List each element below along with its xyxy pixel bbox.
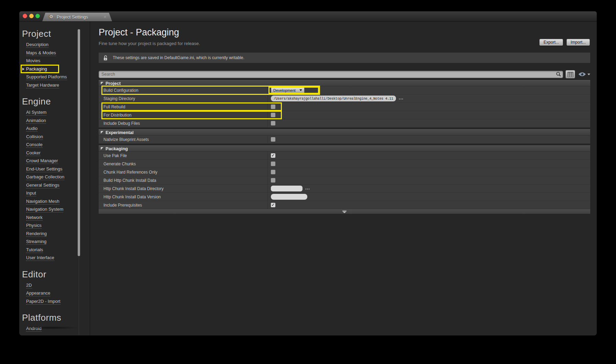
row-include-prerequisites: Include Prerequisites✓ bbox=[99, 201, 590, 209]
sidebar-item-audio[interactable]: Audio bbox=[26, 125, 37, 133]
export-button[interactable]: Export... bbox=[539, 39, 563, 46]
sidebar-item-navigation-system[interactable]: Navigation System bbox=[26, 206, 63, 214]
property-value bbox=[268, 160, 590, 168]
build-http-chunk-install-data-checkbox[interactable] bbox=[271, 178, 275, 183]
category-header-project[interactable]: Project bbox=[99, 80, 590, 86]
settings-section-project: ProjectBuild ConfigurationDevelopmentSta… bbox=[99, 80, 590, 128]
sidebar-item-description[interactable]: Description bbox=[26, 41, 48, 49]
sidebar-item-label: Audio bbox=[26, 126, 37, 132]
window-content: ProjectDescriptionMaps & ModesMoviesPack… bbox=[19, 22, 597, 335]
search-input[interactable] bbox=[99, 71, 563, 78]
http-chunk-install-data-directory-field[interactable] bbox=[271, 186, 302, 191]
property-label: Chunk Hard References Only bbox=[99, 168, 268, 176]
for-distribution-checkbox[interactable] bbox=[271, 113, 275, 117]
sidebar-item-end-user-settings[interactable]: End-User Settings bbox=[26, 165, 63, 174]
sidebar-item-animation[interactable]: Animation bbox=[26, 117, 46, 125]
chunk-hard-references-only-checkbox[interactable] bbox=[271, 170, 275, 174]
sidebar-item-ai-system[interactable]: AI System bbox=[26, 109, 46, 117]
property-value: /Users/akshayrajgollahalli/Desktop/Unrea… bbox=[268, 95, 590, 102]
category-header-packaging[interactable]: Packaging bbox=[99, 145, 590, 152]
sidebar-item-supported-platforms[interactable]: Supported Platforms bbox=[26, 73, 67, 81]
use-pak-file-checkbox[interactable]: ✓ bbox=[271, 153, 275, 158]
row-staging-directory: Staging Directory/Users/akshayrajgollaha… bbox=[99, 95, 590, 103]
property-label: Include Debug Files bbox=[99, 119, 268, 127]
settings-sidebar: ProjectDescriptionMaps & ModesMoviesPack… bbox=[19, 22, 90, 335]
row-use-pak-file: Use Pak File✓ bbox=[99, 152, 590, 160]
staging-directory-field[interactable]: /Users/akshayrajgollahalli/Desktop/Unrea… bbox=[271, 96, 396, 101]
tab-title: Project Settings bbox=[57, 14, 88, 20]
checkmark-icon: ✓ bbox=[271, 153, 275, 158]
zoom-button[interactable] bbox=[35, 14, 40, 18]
sidebar-item-label: Input bbox=[26, 190, 36, 196]
sidebar-item-tutorials[interactable]: Tutorials bbox=[26, 246, 43, 254]
sidebar-item-maps-modes[interactable]: Maps & Modes bbox=[26, 49, 56, 57]
sidebar-item-2d[interactable]: 2D bbox=[26, 282, 32, 290]
include-prerequisites-checkbox[interactable]: ✓ bbox=[271, 203, 275, 207]
sidebar-item-physics[interactable]: Physics bbox=[26, 222, 42, 230]
sidebar-item-navigation-mesh[interactable]: Navigation Mesh bbox=[26, 198, 59, 206]
build-configuration-dropdown[interactable]: Development bbox=[271, 87, 305, 93]
sidebar-item-cooker[interactable]: Cooker bbox=[26, 149, 41, 157]
property-label: For Distribution bbox=[99, 111, 268, 119]
category-header-experimental[interactable]: Experimental bbox=[99, 129, 590, 135]
sidebar-section-editor: Editor2DAppearancePaper2D - Import bbox=[19, 269, 90, 306]
property-value bbox=[268, 193, 590, 201]
page-subtitle: Fine tune how your project is packaged f… bbox=[99, 41, 200, 46]
sidebar-scroll-shadow bbox=[23, 326, 79, 329]
main-pane: Project - Packaging Fine tune how your p… bbox=[90, 22, 597, 335]
sidebar-item-console[interactable]: Console bbox=[26, 141, 43, 149]
settings-section-experimental: ExperimentalNativize Blueprint Assets bbox=[99, 129, 590, 144]
category-title: Packaging bbox=[106, 146, 128, 151]
sidebar-item-input[interactable]: Input bbox=[26, 189, 36, 198]
sidebar-item-garbage-collection[interactable]: Garbage Collection bbox=[26, 173, 64, 181]
sidebar-item-crowd-manager[interactable]: Crowd Manager bbox=[26, 157, 58, 165]
sidebar-scrollbar[interactable] bbox=[78, 29, 80, 256]
sidebar-item-label: Network bbox=[26, 215, 43, 221]
property-value: ✓ bbox=[268, 201, 590, 209]
titlebar[interactable]: ⚙ Project Settings ✕ bbox=[19, 11, 597, 22]
row-generate-chunks: Generate Chunks bbox=[99, 160, 590, 168]
sidebar-item-packaging[interactable]: Packaging bbox=[26, 65, 47, 74]
property-value bbox=[268, 119, 590, 127]
row-nativize-blueprint-assets: Nativize Blueprint Assets bbox=[99, 135, 590, 144]
browse-ellipsis-button[interactable]: ... bbox=[305, 186, 310, 191]
minimize-button[interactable] bbox=[29, 14, 34, 18]
expand-advanced-button[interactable] bbox=[99, 209, 590, 214]
property-label: Include Prerequisites bbox=[99, 201, 268, 209]
tab-project-settings[interactable]: ⚙ Project Settings ✕ bbox=[42, 13, 112, 21]
view-options-button[interactable] bbox=[578, 72, 590, 77]
sidebar-item-network[interactable]: Network bbox=[26, 214, 43, 222]
http-chunk-install-data-version-field[interactable] bbox=[271, 194, 307, 200]
sidebar-item-rendering[interactable]: Rendering bbox=[26, 230, 47, 238]
generate-chunks-checkbox[interactable] bbox=[271, 162, 275, 166]
tab-close-icon[interactable]: ✕ bbox=[103, 15, 107, 19]
row-build-configuration: Build ConfigurationDevelopment bbox=[99, 86, 590, 95]
sidebar-item-label: Streaming bbox=[26, 239, 46, 245]
sidebar-item-movies[interactable]: Movies bbox=[26, 57, 40, 65]
sidebar-header-editor: Editor bbox=[22, 269, 90, 280]
sidebar-item-appearance[interactable]: Appearance bbox=[26, 289, 50, 298]
expander-icon bbox=[342, 211, 346, 211]
row-build-http-chunk-install-data: Build Http Chunk Install Data bbox=[99, 176, 590, 185]
sidebar-item-streaming[interactable]: Streaming bbox=[26, 238, 46, 246]
row-http-chunk-install-data-directory: Http Chunk Install Data Directory... bbox=[99, 185, 590, 193]
sidebar-section-platforms: PlatformsAndroid bbox=[19, 312, 90, 333]
include-debug-files-checkbox[interactable] bbox=[271, 121, 275, 125]
sidebar-item-label: Navigation System bbox=[26, 207, 63, 212]
sidebar-item-label: Maps & Modes bbox=[26, 50, 56, 56]
close-button[interactable] bbox=[23, 14, 27, 18]
sidebar-item-label: Console bbox=[26, 142, 43, 148]
import-button[interactable]: Import... bbox=[566, 39, 590, 46]
grid-view-button[interactable] bbox=[565, 70, 575, 78]
property-label: Nativize Blueprint Assets bbox=[99, 135, 268, 143]
nativize-blueprint-assets-checkbox[interactable] bbox=[271, 137, 275, 142]
sidebar-item-collision[interactable]: Collision bbox=[26, 133, 43, 141]
project-settings-window: ⚙ Project Settings ✕ ProjectDescriptionM… bbox=[19, 11, 597, 335]
property-label: Use Pak File bbox=[99, 152, 268, 159]
sidebar-item-target-hardware[interactable]: Target Hardware bbox=[26, 81, 59, 90]
full-rebuild-checkbox[interactable] bbox=[271, 104, 275, 109]
sidebar-item-general-settings[interactable]: General Settings bbox=[26, 181, 59, 190]
browse-ellipsis-button[interactable]: ... bbox=[399, 96, 404, 101]
sidebar-item-paper2d-import[interactable]: Paper2D - Import bbox=[26, 298, 60, 306]
sidebar-item-user-interface[interactable]: User Interface bbox=[26, 254, 54, 262]
